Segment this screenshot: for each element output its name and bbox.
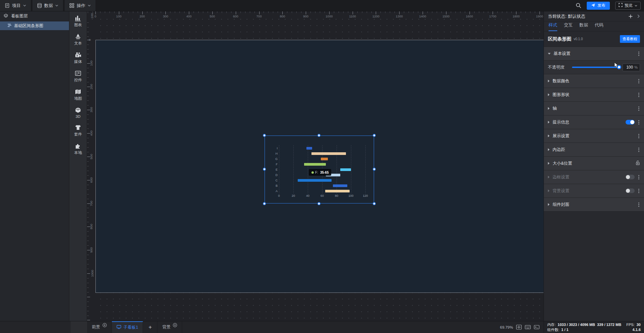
foreground-tab[interactable]: 前景 (87, 321, 112, 333)
statusbar-rail-spacer (71, 321, 87, 333)
section-图形形状[interactable]: 图形形状 (544, 88, 644, 102)
section-menu-icon[interactable] (638, 174, 640, 180)
section-提示信息[interactable]: 提示信息 (544, 115, 644, 129)
opacity-input[interactable]: 100% (623, 64, 640, 71)
section-menu-icon[interactable] (638, 133, 640, 139)
layers-panel-title: 看板图层 (11, 13, 28, 19)
chevron-down-icon (88, 4, 91, 7)
h-ruler-label: 1900 (536, 14, 543, 18)
v-ruler-label: -100 (90, 13, 94, 20)
section-组件封面[interactable]: 组件封面 (544, 198, 644, 212)
h-ruler-label: 1000 (326, 14, 333, 18)
mouse-cursor (614, 62, 619, 69)
section-基本设置[interactable]: 基本设置 (544, 47, 644, 61)
section-label: 内边距 (553, 147, 635, 153)
menu-project[interactable]: 项目 (0, 0, 31, 11)
tab-数据[interactable]: 数据 (579, 22, 588, 31)
layers-icon (3, 13, 8, 19)
chart-gridline (293, 145, 294, 193)
component-version: v0.1.0 (574, 37, 583, 41)
tab-交互[interactable]: 交互 (564, 22, 573, 31)
rail-item-widget[interactable]: 控件 (69, 70, 87, 83)
preview-button[interactable]: 预览 (615, 2, 641, 10)
component-tool-rail: 图表文本媒体控件地图3D套件本地 (69, 11, 87, 321)
y-axis-category-label: I (271, 147, 278, 150)
menu-operations[interactable]: 操作 (65, 0, 95, 11)
resize-handle-bottom-left[interactable] (263, 202, 266, 205)
rail-item-media[interactable]: 媒体 (69, 52, 87, 64)
chart-tooltip: F: 35-65 (309, 169, 331, 176)
resize-handle-middle-left[interactable] (263, 168, 266, 171)
menu-group: 项目数据操作 (0, 0, 97, 11)
add-foreground-icon[interactable] (102, 323, 107, 328)
tab-样式[interactable]: 样式 (549, 22, 557, 31)
range-bar-H (311, 152, 346, 155)
section-轴[interactable]: 轴 (544, 102, 644, 115)
resize-handle-top-right[interactable] (373, 134, 376, 137)
rail-item-local[interactable]: 本地 (69, 143, 87, 155)
opacity-slider[interactable] (572, 67, 619, 68)
tab-代码[interactable]: 代码 (595, 22, 603, 31)
section-menu-icon[interactable] (638, 51, 640, 57)
section-menu-icon[interactable] (638, 119, 640, 125)
add-background-icon[interactable] (173, 323, 177, 328)
section-toggle-off[interactable] (626, 188, 635, 193)
expand-states-icon[interactable] (637, 14, 640, 18)
chart-gridline (308, 145, 308, 193)
publish-button[interactable]: 发布 (587, 2, 610, 10)
view-tutorial-button[interactable]: 查看教程 (620, 35, 640, 43)
section-内边距[interactable]: 内边距 (544, 143, 644, 157)
rail-item-kit[interactable]: 套件 (69, 124, 87, 137)
background-tab[interactable]: 背景 (157, 321, 182, 333)
vertical-ruler: -10001002003004005006007008009001000 (87, 19, 95, 321)
selected-component-chart[interactable]: 020406080100120IHGFEDCBA F: 35-65 (265, 136, 374, 203)
search-icon[interactable] (576, 3, 581, 8)
x-axis-tick-label: 40 (306, 194, 309, 197)
resize-handle-bottom-right[interactable] (373, 202, 376, 205)
shortcut-keyboard-icon[interactable] (525, 325, 531, 329)
settings-panel: 当前状态: 默认状态 样式交互数据代码 区间条形图 v0.1.0 查看教程 基本… (544, 11, 644, 321)
board-tab-active[interactable]: 子看板1 (112, 321, 143, 333)
layers-panel: 看板图层 基础区间条形图 (0, 11, 69, 321)
chevron-down-icon (23, 4, 26, 7)
layer-item[interactable]: 基础区间条形图 (0, 21, 69, 30)
rail-item-chart[interactable]: 图表 (69, 15, 87, 27)
y-axis-category-label: F (271, 163, 278, 166)
rail-item-text[interactable]: 文本 (69, 33, 87, 46)
lock-icon[interactable] (636, 160, 640, 166)
add-board-button[interactable]: + (143, 321, 157, 333)
menu-data[interactable]: 数据 (32, 0, 63, 11)
rail-item-map[interactable]: 地图 (69, 88, 87, 101)
section-边框设置[interactable]: 边框设置 (544, 170, 644, 184)
section-menu-icon[interactable] (638, 78, 640, 84)
console-icon[interactable] (534, 325, 540, 329)
canvas-area[interactable]: 0100200300400500600700800900100011001200… (87, 11, 544, 321)
h-ruler-label: 1400 (419, 14, 426, 18)
section-menu-icon[interactable] (638, 188, 640, 194)
section-toggle-off[interactable] (626, 175, 635, 179)
v-ruler-label: 1000 (90, 270, 94, 277)
fit-to-screen-icon[interactable] (516, 325, 522, 330)
section-数据颜色[interactable]: 数据颜色 (544, 74, 644, 88)
section-背景设置[interactable]: 背景设置 (544, 184, 644, 198)
section-展示设置[interactable]: 展示设置 (544, 129, 644, 143)
section-menu-icon[interactable] (638, 106, 640, 111)
add-state-icon[interactable] (628, 14, 633, 19)
section-menu-icon[interactable] (638, 92, 640, 98)
section-menu-icon[interactable] (638, 147, 640, 153)
section-toggle-on[interactable] (626, 120, 635, 124)
resize-handle-middle-right[interactable] (373, 168, 376, 171)
caret-right-icon (548, 176, 550, 178)
resize-handle-top-left[interactable] (263, 134, 266, 137)
project-icon (5, 3, 10, 8)
resize-handle-bottom-middle[interactable] (317, 202, 320, 205)
kit-icon (74, 124, 82, 131)
publish-icon (591, 3, 595, 8)
h-ruler-label: 1200 (372, 14, 379, 18)
resize-handle-top-middle[interactable] (317, 134, 320, 137)
rail-item-cube-3d[interactable]: 3D (69, 107, 87, 118)
y-axis-category-label: D (271, 173, 278, 177)
publish-label: 发布 (597, 3, 605, 8)
section-menu-icon[interactable] (638, 202, 640, 207)
section-大小&位置[interactable]: 大小&位置 (544, 157, 644, 170)
